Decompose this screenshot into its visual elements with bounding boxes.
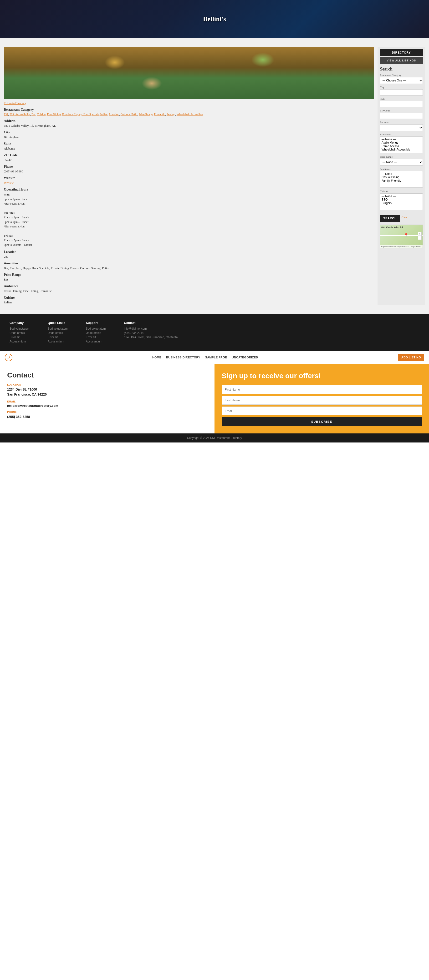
footer-company-item-1[interactable]: Sed voluptatem (10, 327, 38, 330)
tag-item[interactable]: Bar (32, 113, 36, 116)
footer-support-item-4[interactable]: Accusantium (86, 340, 115, 343)
ambiance-value: Casual Dining, Fine Dining, Romantic (4, 289, 374, 293)
location-value: 280 (4, 255, 374, 259)
city-input[interactable] (380, 89, 423, 95)
cuisine-label: Cuisine (4, 296, 374, 300)
tag-item[interactable]: Seating (167, 113, 176, 116)
tag-item[interactable]: Fine Dining (47, 113, 62, 116)
page-footer: Copyright © 2024 Divi Restaurant Directo… (0, 433, 429, 442)
footer-support-item-2[interactable]: Unde omnis (86, 331, 115, 335)
footer-contact-title: Contact (124, 321, 178, 325)
subscribe-button[interactable]: SUBSCRIBE (222, 417, 422, 426)
footer-quick-item-4[interactable]: Accusantium (48, 340, 76, 343)
signup-last-name-input[interactable] (222, 396, 422, 405)
map-container[interactable]: 📍 6801 Cahaba Valley Rd + − Keyboard sho… (380, 224, 423, 248)
tag-item[interactable]: Patio (131, 113, 138, 116)
cuisine-value: Italian (4, 301, 374, 304)
zip-label: ZIP Code (4, 153, 374, 157)
footer-company-item-2[interactable]: Unde omnis (10, 331, 38, 335)
tag-item[interactable]: 289 (10, 113, 14, 116)
contact-location-label: LOCATION (7, 383, 207, 386)
map-zoom-controls[interactable]: + − (418, 232, 422, 240)
sidebar-price-label: Price Range (380, 155, 423, 158)
contact-phone-label: PHONE (7, 411, 207, 414)
zoom-out-button[interactable]: − (418, 236, 422, 240)
website-label: Website (4, 176, 374, 180)
tag-item[interactable]: Outdoor (121, 113, 131, 116)
tag-item[interactable]: Fireplace (62, 113, 73, 116)
footer-contact-address: 1245 Divi Street, San Francisco, CA 3426… (124, 336, 178, 339)
return-to-directory-link[interactable]: Return to Directory (4, 102, 374, 105)
nav-bar: D HOME BUSINESS DIRECTORY SAMPLE PAGE UN… (0, 351, 429, 364)
tag-item[interactable]: Romantic (154, 113, 166, 116)
footer-quick-item-2[interactable]: Unde omnis (48, 331, 76, 335)
hours-tue-thu: Tue-Thu: 11am to 2pm – Lunch 5pm to 9pm … (4, 211, 374, 229)
tag-item[interactable]: Cuisine (37, 113, 46, 116)
cuisine-listbox[interactable]: — None — BBQ Burgers (380, 193, 423, 210)
search-button[interactable]: SEARCH (380, 215, 400, 222)
cuisine-none[interactable]: — None — (381, 194, 421, 198)
website-link[interactable]: Website (4, 181, 374, 185)
sidebar-category-label: Restaurant Category (380, 73, 423, 76)
ambiance-listbox[interactable]: — None — Casual Dining Family-Friendly (380, 171, 423, 188)
footer-company-item-4[interactable]: Accusantium (10, 340, 38, 343)
site-logo[interactable]: D (5, 354, 13, 361)
view-all-listings-button[interactable]: VIEW ALL LISTINGS (380, 57, 423, 64)
tag-item[interactable]: Wheelchair Accessible (177, 113, 203, 116)
amenity-wheelchair[interactable]: Wheelchair Accessible (381, 148, 421, 151)
nav-business-directory[interactable]: BUSINESS DIRECTORY (166, 356, 201, 359)
signup-email-input[interactable] (222, 407, 422, 415)
hero-title: Bellini's (203, 15, 226, 23)
directory-button[interactable]: DIRECTORY (380, 49, 423, 56)
ambiance-casual[interactable]: Casual Dining (381, 175, 421, 179)
add-listing-button[interactable]: ADD LISTING (398, 354, 424, 361)
tag-item[interactable]: $$$ (4, 113, 9, 116)
category-select[interactable]: — Choose One — (380, 77, 423, 84)
footer-quick-item-3[interactable]: Error sit (48, 336, 76, 339)
signup-first-name-input[interactable] (222, 385, 422, 394)
tag-item[interactable]: Price Range (139, 113, 153, 116)
footer-quick-links-title: Quick Links (48, 321, 76, 325)
nav-uncategorized[interactable]: UNCATEGORIZED (232, 356, 258, 359)
zoom-in-button[interactable]: + (418, 232, 422, 236)
category-tags: $$$ 289 Accessibility Bar Cuisine Fine D… (4, 113, 374, 116)
amenity-audio-menus[interactable]: Audio Menus (381, 141, 421, 144)
location-select[interactable] (380, 124, 423, 131)
contact-email-label: EMAIL (7, 400, 207, 403)
amenities-listbox[interactable]: — None — Audio Menus Ramp Access Wheelch… (380, 137, 423, 153)
footer-support-item-3[interactable]: Error sit (86, 336, 115, 339)
footer-company-item-3[interactable]: Error sit (10, 336, 38, 339)
tag-item[interactable]: Location (109, 113, 120, 116)
clear-button[interactable]: Clear (402, 216, 408, 219)
category-label: Restaurant Category (4, 108, 374, 112)
sidebar-amenities-label: Amenities (380, 133, 423, 136)
food-image (4, 47, 374, 99)
tag-item[interactable]: Accessibility (15, 113, 31, 116)
footer-quick-item-1[interactable]: Sed voluptatem (48, 327, 76, 330)
footer-support-item-1[interactable]: Sed voluptatem (86, 327, 115, 330)
cuisine-burgers[interactable]: Burgers (381, 202, 421, 205)
ambiance-none[interactable]: — None — (381, 172, 421, 175)
left-column: Return to Directory Restaurant Category … (4, 47, 374, 305)
city-value: Birmingham (4, 135, 374, 139)
tag-item[interactable]: Indian (100, 113, 108, 116)
amenity-ramp-access[interactable]: Ramp Access (381, 145, 421, 148)
state-input[interactable] (380, 101, 423, 107)
signup-title: Sign up to receive our offers! (222, 371, 422, 380)
nav-home[interactable]: HOME (152, 356, 161, 359)
amenity-none[interactable]: — None — (381, 138, 421, 141)
zip-input[interactable] (380, 113, 423, 119)
price-range-select[interactable]: — None — (380, 159, 423, 165)
nav-sample-page[interactable]: SAMPLE PAGE (205, 356, 227, 359)
tag-item[interactable]: Happy Hour Specials (74, 113, 100, 116)
sidebar-location-label: Location (380, 121, 423, 124)
contact-title: Contact (7, 371, 207, 379)
cuisine-bbq[interactable]: BBQ (381, 198, 421, 201)
right-sidebar: DIRECTORY VIEW ALL LISTINGS Search Resta… (378, 47, 425, 305)
hours-block: Mon: 5pm to 9pm – Dinner *Bar opens at 4… (4, 192, 374, 247)
ambiance-family[interactable]: Family-Friendly (381, 179, 421, 183)
contact-location-value: 1234 Divi St. #1000San Francisco, CA 942… (7, 387, 207, 397)
search-title: Search (380, 67, 423, 72)
map-pin: 📍 (403, 233, 409, 238)
amenities-value: Bar, Fireplace, Happy Hour Specials, Pri… (4, 266, 374, 270)
